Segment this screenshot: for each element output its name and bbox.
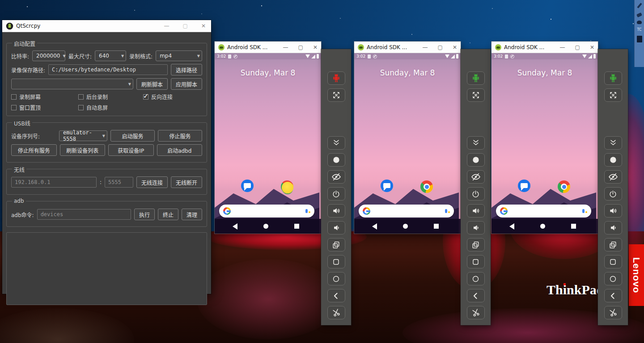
nav-back-button[interactable] (509, 223, 514, 230)
app-switch-button[interactable] (467, 238, 485, 251)
minimize-button[interactable]: — (560, 44, 565, 50)
messages-app-icon[interactable] (518, 180, 530, 192)
expand-notification-button[interactable] (327, 136, 345, 150)
get-device-ip-button[interactable]: 获取设备IP (108, 144, 154, 156)
fullscreen-button[interactable] (327, 88, 345, 102)
chrome-app-icon[interactable] (558, 180, 570, 193)
back-button[interactable] (604, 289, 622, 302)
group-control-button[interactable] (467, 71, 485, 85)
volume-up-button[interactable] (327, 204, 345, 218)
terminate-button[interactable]: 终止 (158, 209, 178, 220)
volume-up-button[interactable] (604, 204, 622, 218)
emulator-titlebar[interactable]: Android SDK ... — ▢ ✕ (215, 42, 321, 53)
marker-icon[interactable] (637, 21, 642, 24)
stop-all-services-button[interactable]: 停止所有服务 (11, 144, 57, 156)
checkbox-record-screen[interactable]: 录制屏幕 (11, 93, 78, 100)
screenshot-button[interactable] (467, 306, 485, 319)
maximize-button[interactable]: ▢ (183, 23, 188, 29)
nav-home-button[interactable] (540, 224, 545, 229)
home-button[interactable] (467, 272, 485, 285)
screenshot-button[interactable] (327, 306, 345, 319)
clear-button[interactable]: 清理 (182, 209, 202, 220)
screen-off-button[interactable] (467, 170, 485, 184)
google-search-bar[interactable] (496, 205, 591, 218)
home-button[interactable] (327, 272, 345, 285)
minimize-button[interactable]: — (423, 44, 428, 50)
expand-notification-button[interactable] (604, 136, 622, 150)
serial-select[interactable]: emulator-5558▼ (59, 130, 107, 141)
expand-notification-button[interactable] (467, 136, 485, 150)
maximize-button[interactable]: ▢ (438, 44, 443, 50)
minimize-button[interactable]: — (283, 44, 288, 50)
mic-icon[interactable] (582, 209, 587, 213)
back-button[interactable] (467, 289, 485, 302)
screenshot-button[interactable] (604, 306, 622, 319)
apply-script-button[interactable]: 应用脚本 (171, 78, 202, 90)
eraser-icon[interactable] (636, 13, 642, 17)
close-button[interactable]: ✕ (313, 44, 318, 50)
script-select[interactable]: ▼ (11, 79, 133, 89)
close-button[interactable]: ✕ (201, 23, 206, 29)
mic-icon[interactable] (305, 209, 310, 213)
nav-back-button[interactable] (233, 223, 237, 230)
refresh-device-list-button[interactable]: 刷新设备列表 (60, 144, 106, 156)
start-service-button[interactable]: 启动服务 (110, 130, 155, 142)
screen-off-button[interactable] (604, 170, 622, 184)
minimize-button[interactable]: — (164, 23, 169, 29)
choose-path-button[interactable]: 选择路径 (171, 64, 202, 75)
menu-button[interactable] (467, 255, 485, 268)
back-button[interactable] (327, 289, 345, 302)
touch-display-button[interactable] (604, 153, 622, 167)
screen-off-button[interactable] (327, 170, 345, 184)
record-format-select[interactable]: mp4▼ (156, 50, 202, 61)
checkbox-reverse-connect[interactable]: 反向连接 (143, 93, 173, 100)
maximize-button[interactable]: ▢ (298, 44, 303, 50)
wireless-disconnect-button[interactable]: 无线断开 (171, 176, 202, 188)
nav-recents-button[interactable] (294, 224, 299, 229)
bitrate-select[interactable]: 2000000▼ (32, 50, 65, 61)
nav-recents-button[interactable] (571, 224, 576, 229)
emulator-titlebar[interactable]: Android SDK ... — ▢ ✕ (354, 42, 461, 53)
app-switch-button[interactable] (327, 238, 345, 251)
nav-home-button[interactable] (403, 224, 408, 229)
fullscreen-button[interactable] (467, 88, 485, 102)
phone-screen[interactable]: 3:02 Sunday, Mar 8 (491, 53, 598, 234)
max-size-select[interactable]: 640▼ (95, 50, 126, 61)
wireless-ip-input[interactable]: 192.168.0.1 (11, 177, 97, 188)
power-button[interactable] (604, 187, 622, 201)
volume-down-button[interactable] (327, 221, 345, 234)
save-path-input[interactable]: C:/Users/bytedance/Desktop (48, 64, 168, 75)
nav-recents-button[interactable] (434, 224, 439, 229)
menu-button[interactable] (327, 255, 345, 268)
adb-command-input[interactable]: devices (37, 209, 131, 220)
fullscreen-button[interactable] (604, 88, 622, 102)
home-button[interactable] (604, 272, 622, 285)
menu-button[interactable] (604, 255, 622, 268)
start-adbd-button[interactable]: 启动adbd (157, 144, 203, 156)
nav-back-button[interactable] (372, 223, 377, 230)
app-switch-button[interactable] (604, 238, 622, 251)
refresh-script-button[interactable]: 刷新脚本 (136, 78, 168, 90)
adb-output-area[interactable] (6, 232, 207, 305)
power-button[interactable] (327, 187, 345, 201)
checkbox-background-record[interactable]: 后台录制 (78, 93, 143, 100)
pen-icon[interactable] (637, 3, 642, 8)
execute-button[interactable]: 执行 (134, 209, 155, 220)
stop-service-button[interactable]: 停止服务 (158, 130, 202, 142)
maximize-button[interactable]: ▢ (575, 44, 580, 50)
messages-app-icon[interactable] (241, 180, 254, 192)
volume-up-button[interactable] (467, 204, 485, 218)
touch-display-button[interactable] (467, 153, 485, 167)
checkbox-window-on-top[interactable]: 窗口置顶 (11, 104, 78, 111)
checkbox-auto-screen-off[interactable]: 自动息屏 (78, 104, 108, 111)
touch-display-button[interactable] (327, 153, 345, 167)
wireless-connect-button[interactable]: 无线连接 (136, 176, 168, 188)
wireless-port-input[interactable]: 5555 (105, 177, 133, 188)
group-control-button[interactable] (604, 71, 622, 85)
chrome-app-icon[interactable] (420, 180, 433, 193)
google-search-bar[interactable] (359, 205, 454, 218)
group-control-button[interactable] (327, 71, 345, 85)
phone-screen[interactable]: 3:02 Sunday, Mar 8 (354, 53, 461, 234)
close-button[interactable]: ✕ (453, 44, 457, 50)
phone-screen[interactable]: 3:02 Sunday, Mar 8 (215, 53, 321, 234)
